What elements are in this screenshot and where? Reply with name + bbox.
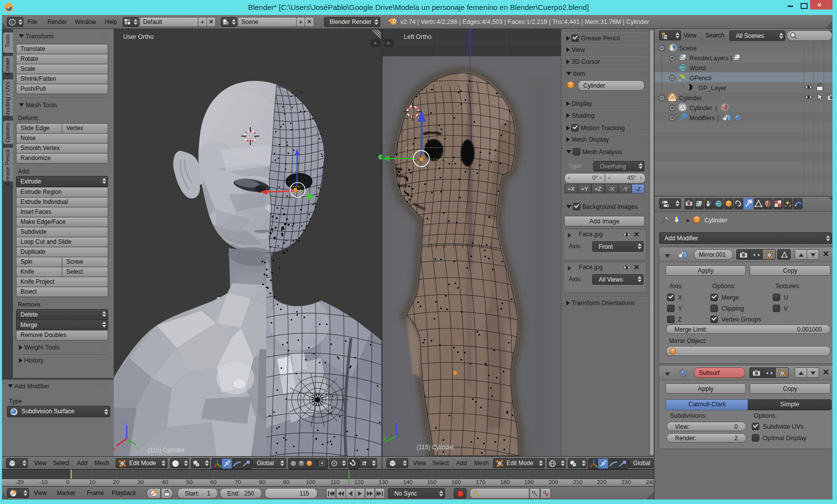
svg-text:+: + [386,39,390,47]
svg-text:(115) Cylinder: (115) Cylinder [148,447,184,454]
svg-text:y: y [137,445,140,451]
svg-text:z: z [394,417,397,423]
svg-text:User Ortho: User Ortho [123,33,154,40]
svg-text:i: i [11,20,13,25]
svg-text:x: x [114,446,117,452]
svg-text:+: + [373,39,377,47]
svg-text:z: z [125,420,128,426]
svg-text:Left Ortho: Left Ortho [404,33,432,40]
svg-text:(115) Cylinder: (115) Cylinder [417,444,454,451]
svg-text:y: y [383,435,386,441]
